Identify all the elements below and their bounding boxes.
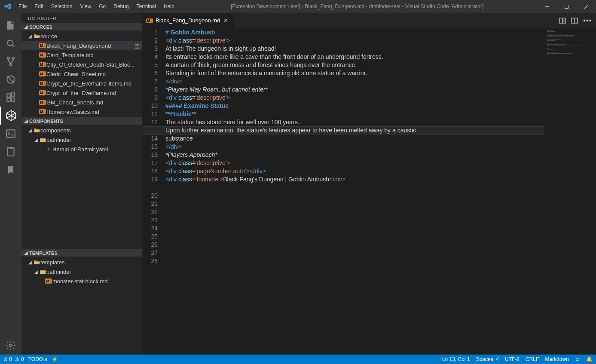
markdown-file-icon: M↓ (39, 100, 46, 105)
tree-folder[interactable]: ◢pathfinder (21, 135, 142, 144)
folder-open-icon (33, 260, 40, 265)
markdown-file-icon: M↓ (39, 62, 46, 67)
menu-edit[interactable]: Edit (31, 2, 47, 11)
status-sync-icon[interactable]: ⚡ (52, 356, 58, 362)
code-content[interactable]: # Goblin Ambush<div class='descriptive'>… (165, 28, 596, 355)
status-todo[interactable]: TODO:s (28, 356, 47, 362)
svg-rect-7 (7, 98, 10, 101)
maximize-button[interactable] (556, 0, 576, 13)
svg-rect-6 (7, 94, 10, 97)
menu-go[interactable]: Go (95, 2, 109, 11)
status-problems[interactable]: ⊘ 0 ⚠ 0 (3, 356, 24, 362)
svg-rect-11 (6, 130, 15, 137)
tree-file[interactable]: M↓Crypt_of_the_Everflame-Items.md (21, 79, 142, 88)
sidebar-title: DM BINDER (21, 13, 142, 23)
svg-point-4 (10, 64, 12, 66)
status-feedback-icon[interactable]: ☺ (575, 356, 580, 362)
svg-point-3 (12, 57, 14, 59)
titlebar: FileEditSelectionViewGoDebugTerminalHelp… (0, 0, 596, 13)
tree-file[interactable]: M↓Black_Fang_Dungeon.md◫ (21, 41, 142, 50)
split-preview-icon[interactable] (559, 17, 566, 24)
editor-group: M↓ Black_Fang_Dungeon.md ✕ ••• 123456789… (142, 13, 596, 355)
editor-body[interactable]: 12345678910111213141516171819 2021222324… (142, 28, 596, 355)
menu-help[interactable]: Help (160, 2, 178, 11)
tree-folder[interactable]: ◢pathfinder (21, 267, 142, 276)
status-cursor-position[interactable]: Ln 13, Col 1 (442, 356, 470, 362)
markdown-file-icon: M↓ (39, 71, 46, 76)
tree-file[interactable]: M↓GM_Cheat_Sheets.md (21, 98, 142, 107)
markdown-file-icon: M↓ (146, 18, 153, 23)
debug-icon[interactable] (0, 70, 21, 89)
menu-selection[interactable]: Selection (48, 2, 76, 11)
markdown-file-icon: M↓ (39, 81, 46, 86)
main-menu: FileEditSelectionViewGoDebugTerminalHelp (15, 2, 178, 11)
tree-file[interactable]: M↓Cleric_Cheat_Sheet.md (21, 69, 142, 79)
tree-file[interactable]: ⚛Herald-of-Razmir.yaml (21, 144, 142, 154)
notebook-icon[interactable] (0, 143, 21, 161)
search-icon[interactable] (0, 34, 21, 52)
svg-point-1 (7, 40, 13, 46)
tab-bar: M↓ Black_Fang_Dungeon.md ✕ ••• (142, 13, 596, 28)
tree-file[interactable]: M↓monster-stat-block.md (21, 276, 142, 286)
split-action-icon[interactable]: ◫ (132, 43, 142, 49)
settings-gear-icon[interactable] (0, 336, 21, 355)
tree-file[interactable]: M↓Crypt_of_the_Everflame.md (21, 88, 142, 98)
status-bar: ⊘ 0 ⚠ 0 TODO:s ⚡ Ln 13, Col 1 Spaces: 4 … (0, 355, 596, 364)
activity-bar (0, 13, 21, 355)
svg-rect-9 (11, 93, 15, 96)
svg-point-2 (7, 57, 9, 59)
status-bell-icon[interactable]: 🔔 (586, 356, 593, 362)
tab-close-icon[interactable]: ✕ (223, 17, 229, 24)
markdown-file-icon: M↓ (45, 278, 52, 284)
minimap[interactable]: # Goblin Ambush<div class='descriptive'>… (544, 28, 596, 355)
folder-open-icon (33, 128, 40, 133)
folder-open-icon (39, 137, 46, 142)
yaml-file-icon: ⚛ (45, 146, 52, 152)
extensions-icon[interactable] (0, 89, 21, 107)
tree-folder[interactable]: ◢components (21, 125, 142, 135)
markdown-file-icon: M↓ (39, 90, 46, 95)
source-control-icon[interactable] (0, 52, 21, 70)
split-editor-icon[interactable] (571, 17, 578, 24)
tree-file[interactable]: M↓HomebrewBasics.md (21, 107, 142, 116)
window-title: [Extension Development Host] - Black_Fan… (178, 3, 537, 9)
menu-view[interactable]: View (76, 2, 95, 11)
folder-open-icon (33, 34, 40, 39)
status-eol[interactable]: CRLF (526, 356, 539, 362)
svg-rect-0 (565, 5, 568, 8)
markdown-file-icon: M↓ (39, 109, 46, 114)
svg-rect-8 (11, 98, 15, 101)
menu-terminal[interactable]: Terminal (133, 2, 159, 11)
sidebar: DM BINDER ◢SOURCES ◢sourceM↓Black_Fang_D… (21, 13, 142, 355)
tree-file[interactable]: M↓Card_Template.md (21, 50, 142, 60)
markdown-file-icon: M↓ (39, 52, 46, 58)
svg-point-13 (9, 344, 12, 347)
tree-file[interactable]: M↓City_Of_Golden_Death-Stat_Bloc... (21, 60, 142, 69)
tree-folder[interactable]: ◢templates (21, 257, 142, 267)
vscode-logo-icon (0, 3, 15, 10)
folder-open-icon (39, 269, 46, 274)
markdown-file-icon: M↓ (39, 43, 46, 48)
explorer-icon[interactable] (0, 16, 21, 34)
tree-folder[interactable]: ◢source (21, 31, 142, 41)
components-section-header[interactable]: ◢COMPONENTS (21, 117, 142, 125)
status-language[interactable]: Markdown (545, 356, 568, 362)
minimize-button[interactable] (537, 0, 556, 13)
status-encoding[interactable]: UTF-8 (505, 356, 520, 362)
bookmark-icon[interactable] (0, 161, 21, 179)
close-button[interactable] (576, 0, 596, 13)
sources-section-header[interactable]: ◢SOURCES (21, 23, 142, 31)
tab-label: Black_Fang_Dungeon.md (156, 17, 220, 24)
menu-file[interactable]: File (15, 2, 30, 11)
terminal-panel-icon[interactable] (0, 125, 21, 143)
tab-active[interactable]: M↓ Black_Fang_Dungeon.md ✕ (142, 13, 234, 28)
menu-debug[interactable]: Debug (110, 2, 132, 11)
more-actions-icon[interactable]: ••• (583, 17, 592, 24)
dmbinder-icon[interactable] (0, 107, 21, 125)
status-indentation[interactable]: Spaces: 4 (476, 356, 499, 362)
templates-section-header[interactable]: ◢TEMPLATES (21, 249, 142, 257)
line-number-gutter: 12345678910111213141516171819 2021222324… (142, 28, 165, 355)
